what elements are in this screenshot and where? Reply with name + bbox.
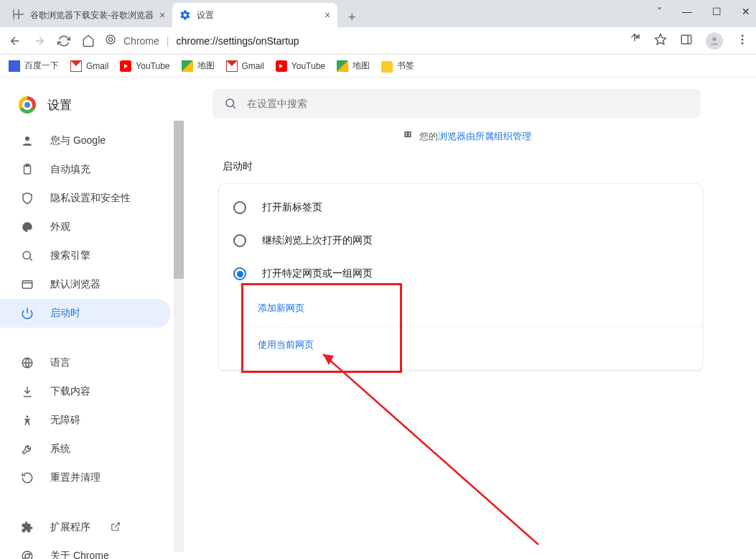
bookmark-item[interactable]: Gmail (70, 60, 108, 72)
radio-option-specific-pages[interactable]: 打开特定网页或一组网页 (219, 257, 702, 290)
tab-title: 谷歌浏览器下载安装-谷歌浏览器 (30, 9, 154, 22)
settings-main-content: 您的浏览器由所属组织管理 启动时 打开新标签页 继续浏览上次打开的网页 打开特定… (184, 78, 756, 552)
kebab-menu-icon[interactable] (736, 33, 749, 49)
external-link-icon (111, 522, 121, 534)
bookmark-item[interactable]: Gmail (226, 60, 264, 72)
svg-marker-2 (655, 34, 666, 44)
search-icon (20, 249, 34, 262)
bookmark-item[interactable]: YouTube (120, 60, 169, 72)
sidebar-item-search-engine[interactable]: 搜索引擎 (0, 241, 171, 270)
new-tab-button[interactable]: + (342, 7, 362, 27)
window-minimize-button[interactable]: — (682, 6, 692, 17)
svg-rect-16 (22, 281, 32, 289)
radio-option-new-tab[interactable]: 打开新标签页 (219, 191, 702, 224)
radio-option-continue[interactable]: 继续浏览上次打开的网页 (219, 224, 702, 257)
browser-tab-active[interactable]: 设置 × (172, 3, 337, 27)
bookmarks-bar: 百度一下 Gmail YouTube 地图 Gmail YouTube 地图 书… (0, 55, 756, 78)
sidebar-item-label: 关于 Chrome (50, 550, 109, 559)
sidebar-item-label: 启动时 (50, 307, 80, 320)
back-button[interactable] (7, 33, 23, 49)
svg-point-11 (25, 137, 29, 141)
share-icon[interactable] (628, 33, 641, 49)
sidebar-item-label: 搜索引擎 (50, 249, 90, 262)
maps-icon (182, 60, 193, 72)
shield-icon (20, 192, 34, 205)
sidebar-item-label: 扩展程序 (50, 521, 90, 534)
sidebar-item-default-browser[interactable]: 默认浏览器 (0, 270, 171, 299)
bookmark-label: Gmail (86, 61, 108, 71)
restore-icon (20, 471, 34, 484)
sidebar-item-label: 自动填充 (50, 163, 90, 176)
bookmark-item[interactable]: 地图 (182, 60, 215, 72)
svg-point-8 (742, 42, 744, 44)
radio-label: 打开新标签页 (262, 201, 322, 214)
building-icon (403, 131, 416, 142)
managed-notice: 您的浏览器由所属组织管理 (214, 129, 720, 143)
bookmark-item[interactable]: YouTube (276, 60, 325, 72)
svg-rect-27 (406, 133, 407, 134)
forward-button[interactable] (32, 33, 47, 49)
sidebar-item-system[interactable]: 系统 (0, 435, 171, 463)
sidebar-item-about-chrome[interactable]: 关于 Chrome (0, 542, 171, 559)
power-icon (20, 307, 34, 320)
sidebar-item-you-and-google[interactable]: 您与 Google (0, 126, 171, 155)
sidebar-item-languages[interactable]: 语言 (0, 348, 171, 377)
side-panel-icon[interactable] (680, 33, 693, 49)
svg-point-22 (25, 554, 29, 558)
bookmark-label: 百度一下 (24, 60, 59, 72)
managed-link[interactable]: 浏览器由所属组织管理 (438, 131, 531, 142)
sidebar-item-autofill[interactable]: 自动填充 (0, 155, 171, 184)
download-icon (20, 385, 34, 398)
chrome-logo-icon (19, 96, 36, 114)
svg-point-7 (742, 38, 744, 40)
bookmark-item[interactable]: 书签 (381, 60, 414, 73)
tab-close-icon[interactable]: × (159, 9, 165, 21)
sidebar-item-label: 默认浏览器 (50, 278, 101, 291)
wrench-icon (20, 443, 34, 456)
radio-icon (233, 201, 246, 214)
tab-close-icon[interactable]: × (325, 9, 330, 21)
svg-point-20 (27, 415, 29, 417)
sidebar-item-on-startup[interactable]: 启动时 (0, 299, 171, 328)
bookmark-item[interactable]: 地图 (337, 60, 370, 72)
palette-icon (20, 221, 34, 234)
browser-tab[interactable]: 谷歌浏览器下载安装-谷歌浏览器 × (6, 3, 172, 27)
bookmark-star-icon[interactable] (654, 33, 667, 49)
sidebar-item-downloads[interactable]: 下载内容 (0, 377, 171, 406)
home-button[interactable] (80, 33, 96, 49)
baidu-icon (9, 60, 20, 72)
section-title: 启动时 (217, 160, 720, 173)
sidebar-item-privacy[interactable]: 隐私设置和安全性 (0, 184, 171, 213)
radio-label: 打开特定网页或一组网页 (262, 267, 373, 280)
window-maximize-button[interactable]: ☐ (712, 6, 722, 17)
sidebar-scrollbar[interactable] (174, 121, 184, 552)
sidebar-item-label: 外观 (50, 221, 70, 234)
sidebar-item-appearance[interactable]: 外观 (0, 213, 171, 241)
browser-icon (20, 278, 34, 291)
address-url: chrome://settings/onStartup (176, 35, 299, 47)
svg-point-6 (742, 34, 744, 37)
bookmark-item[interactable]: 百度一下 (9, 60, 59, 72)
svg-rect-26 (404, 131, 411, 137)
address-bar[interactable]: Chrome | chrome://settings/onStartup (105, 34, 620, 47)
bookmark-label: Gmail (242, 61, 264, 71)
sidebar-item-reset[interactable]: 重置并清理 (0, 463, 171, 492)
add-new-page-link[interactable]: 添加新网页 (251, 290, 702, 326)
svg-point-0 (106, 35, 115, 44)
sidebar-item-extensions[interactable]: 扩展程序 (0, 513, 171, 542)
reload-button[interactable] (56, 33, 72, 49)
sidebar-item-accessibility[interactable]: 无障碍 (0, 406, 171, 435)
window-close-button[interactable]: ✕ (742, 6, 750, 17)
bookmark-label: YouTube (136, 61, 169, 71)
use-current-pages-link[interactable]: 使用当前网页 (251, 326, 702, 363)
svg-point-14 (23, 251, 31, 259)
window-dropdown-icon[interactable]: ˅ (657, 6, 662, 17)
extension-icon (20, 521, 34, 534)
svg-point-5 (712, 37, 716, 40)
globe-icon (20, 356, 34, 369)
bookmark-label: 地图 (353, 60, 370, 72)
svg-point-1 (108, 37, 112, 41)
profile-avatar[interactable] (706, 32, 723, 50)
address-separator: | (167, 35, 169, 47)
svg-rect-28 (409, 133, 410, 134)
